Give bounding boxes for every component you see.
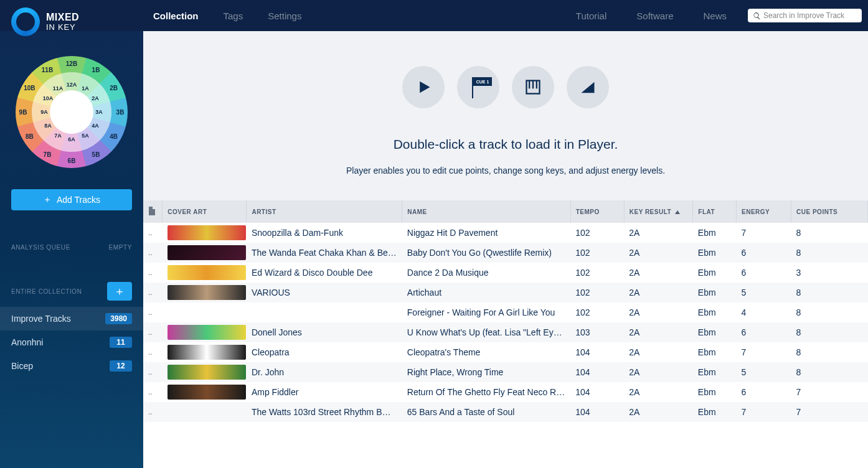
link-tutorial[interactable]: Tutorial bbox=[576, 11, 606, 21]
table-row[interactable]: ..The Wanda Feat Chaka Khan & Be…Baby Do… bbox=[143, 243, 868, 263]
table-row[interactable]: ..Foreigner - Waiting For A Girl Like Yo… bbox=[143, 302, 868, 322]
camelot-12A[interactable]: 12A bbox=[64, 82, 79, 88]
cell-name: Dance 2 Da Musique bbox=[402, 263, 570, 283]
th-key[interactable]: KEY RESULT bbox=[624, 200, 693, 223]
link-news[interactable]: News bbox=[703, 11, 727, 21]
table-row[interactable]: ..The Watts 103rd Street Rhythm B…65 Bar… bbox=[143, 402, 868, 422]
cell-ext: .. bbox=[143, 382, 163, 402]
cell-cue: 3 bbox=[791, 263, 868, 283]
cell-name: 65 Bars And a Taste of Soul bbox=[402, 402, 570, 422]
cell-tempo: 104 bbox=[570, 342, 624, 362]
cell-tempo: 103 bbox=[570, 322, 624, 342]
th-tempo[interactable]: TEMPO bbox=[570, 200, 624, 223]
camelot-2B[interactable]: 2B bbox=[106, 85, 121, 91]
th-cover[interactable]: COVER ART bbox=[163, 200, 247, 223]
camelot-1A[interactable]: 1A bbox=[78, 85, 93, 91]
cell-energy: 6 bbox=[736, 263, 791, 283]
camelot-8A[interactable]: 8A bbox=[40, 123, 55, 129]
energy-button[interactable] bbox=[567, 66, 609, 108]
cell-key: 2A bbox=[624, 302, 693, 322]
th-energy[interactable]: ENERGY bbox=[736, 200, 791, 223]
cell-energy: 7 bbox=[736, 223, 791, 243]
player-subtitle: Player enables you to edit cue points, c… bbox=[346, 166, 665, 176]
cell-tempo: 102 bbox=[570, 243, 624, 263]
table-row[interactable]: ..Snoopzilla & Dam-FunkNiggaz Hit D Pave… bbox=[143, 223, 868, 243]
cell-cue: 8 bbox=[791, 223, 868, 243]
table-row[interactable]: ..VARIOUSArtichaut1022AEbm58 bbox=[143, 283, 868, 302]
cell-cover bbox=[163, 283, 247, 302]
search-input[interactable] bbox=[763, 11, 857, 20]
camelot-12B[interactable]: 12B bbox=[64, 60, 79, 67]
th-ext[interactable] bbox=[143, 200, 163, 223]
playlist-count: 11 bbox=[110, 337, 132, 348]
cue-flag-label: CUE 1 bbox=[473, 77, 492, 86]
camelot-10A[interactable]: 10A bbox=[40, 95, 55, 101]
cell-cover bbox=[163, 243, 247, 263]
cover-thumb bbox=[167, 365, 246, 380]
camelot-7A[interactable]: 7A bbox=[50, 133, 65, 139]
cell-energy: 4 bbox=[736, 302, 791, 322]
camelot-4A[interactable]: 4A bbox=[88, 123, 103, 129]
th-name[interactable]: NAME bbox=[402, 200, 570, 223]
camelot-5B[interactable]: 5B bbox=[88, 151, 103, 157]
play-button[interactable] bbox=[402, 66, 445, 108]
nav-collection[interactable]: Collection bbox=[153, 11, 199, 21]
cue-button[interactable]: CUE 1 bbox=[457, 66, 499, 108]
cell-ext: .. bbox=[143, 342, 163, 362]
playlist-name: Anonhni bbox=[11, 337, 43, 347]
add-tracks-button[interactable]: ＋ Add Tracks bbox=[11, 189, 132, 210]
cell-cue: 8 bbox=[791, 302, 868, 322]
camelot-11B[interactable]: 11B bbox=[40, 67, 55, 73]
cell-flat: Ebm bbox=[693, 362, 737, 382]
table-row[interactable]: ..Dr. JohnRight Place, Wrong Time1042AEb… bbox=[143, 362, 868, 382]
camelot-wheel[interactable]: 12B1B2B3B4B5B6B7B8B9B10B11B12A1A2A3A4A5A… bbox=[16, 56, 128, 168]
sidebar-item-improve-tracks[interactable]: Improve Tracks3980 bbox=[0, 307, 143, 330]
cell-key: 2A bbox=[624, 362, 693, 382]
sidebar-item-anonhni[interactable]: Anonhni11 bbox=[0, 330, 143, 354]
file-icon bbox=[148, 207, 156, 215]
th-artist[interactable]: ARTIST bbox=[247, 200, 402, 223]
table-row[interactable]: ..CleopatraCleopatra's Theme1042AEbm78 bbox=[143, 342, 868, 362]
link-software[interactable]: Software bbox=[636, 11, 673, 21]
camelot-1B[interactable]: 1B bbox=[88, 67, 103, 73]
piano-button[interactable] bbox=[512, 66, 554, 108]
cell-cover bbox=[163, 402, 247, 422]
cell-cue: 8 bbox=[791, 362, 868, 382]
camelot-11A[interactable]: 11A bbox=[50, 85, 65, 91]
camelot-9A[interactable]: 9A bbox=[37, 109, 52, 115]
th-flat[interactable]: FLAT bbox=[693, 200, 737, 223]
camelot-3B[interactable]: 3B bbox=[113, 109, 128, 116]
cell-cover bbox=[163, 263, 247, 283]
table-row[interactable]: ..Donell JonesU Know What's Up (feat. Li… bbox=[143, 322, 868, 342]
add-playlist-button[interactable]: ＋ bbox=[107, 282, 132, 301]
nav-settings[interactable]: Settings bbox=[268, 11, 301, 21]
track-table[interactable]: COVER ART ARTIST NAME TEMPO KEY RESULT F… bbox=[143, 200, 868, 468]
cell-artist: Donell Jones bbox=[247, 322, 402, 342]
camelot-3A[interactable]: 3A bbox=[92, 109, 106, 115]
table-row[interactable]: ..Ed Wizard & Disco Double DeeDance 2 Da… bbox=[143, 263, 868, 283]
cell-energy: 7 bbox=[736, 342, 791, 362]
cell-energy: 6 bbox=[736, 382, 791, 402]
nav-tags[interactable]: Tags bbox=[224, 11, 243, 21]
svg-rect-3 bbox=[536, 81, 537, 89]
camelot-7B[interactable]: 7B bbox=[40, 151, 55, 157]
ramp-icon bbox=[579, 78, 597, 96]
app-logo: MIXED IN KEY bbox=[0, 0, 143, 44]
camelot-4B[interactable]: 4B bbox=[106, 133, 121, 140]
player-area: CUE 1 Double-click a track to load it in… bbox=[143, 31, 868, 200]
search-icon bbox=[753, 12, 761, 20]
camelot-6A[interactable]: 6A bbox=[64, 136, 79, 143]
cover-thumb bbox=[167, 345, 246, 360]
camelot-8B[interactable]: 8B bbox=[22, 133, 37, 140]
camelot-5A[interactable]: 5A bbox=[78, 133, 93, 139]
table-row[interactable]: ..Amp FiddlerReturn Of The Ghetto Fly Fe… bbox=[143, 382, 868, 402]
camelot-2A[interactable]: 2A bbox=[88, 95, 103, 101]
camelot-10B[interactable]: 10B bbox=[22, 85, 37, 91]
cell-flat: Ebm bbox=[693, 382, 737, 402]
add-tracks-label: Add Tracks bbox=[57, 195, 100, 205]
th-cue[interactable]: CUE POINTS bbox=[791, 200, 868, 223]
camelot-6B[interactable]: 6B bbox=[64, 157, 79, 164]
sidebar-item-bicep[interactable]: Bicep12 bbox=[0, 354, 143, 378]
search-box[interactable] bbox=[748, 9, 862, 22]
camelot-9B[interactable]: 9B bbox=[16, 109, 31, 116]
